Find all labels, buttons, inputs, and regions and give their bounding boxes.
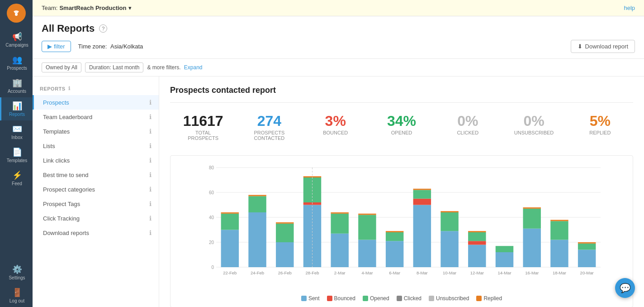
chart-legend: SentBouncedOpenedClickedUnsubscribedRepl… xyxy=(176,295,627,302)
stat-item: 11617 TOTALPROSPECTS xyxy=(170,110,236,144)
report-menu-item[interactable]: Link clicksℹ xyxy=(33,153,159,168)
sidebar-item-prospects[interactable]: 👥 Prospects xyxy=(0,51,33,74)
filter-button-label: filter xyxy=(54,43,65,50)
svg-text:60: 60 xyxy=(209,190,214,195)
team-name: SmartReach Production xyxy=(59,5,126,11)
svg-rect-43 xyxy=(413,190,431,199)
top-bar: Team: SmartReach Production ▾ help xyxy=(33,0,644,16)
svg-rect-48 xyxy=(440,211,458,212)
sidebar-item-inbox[interactable]: ✉️ Inbox xyxy=(0,120,33,144)
sidebar-item-templates[interactable]: 📄 Templates xyxy=(0,144,33,167)
svg-rect-55 xyxy=(496,252,513,267)
sidebar-feed-label: Feed xyxy=(12,181,22,186)
report-info-icon[interactable]: ℹ xyxy=(149,229,152,236)
svg-text:20-Mar: 20-Mar xyxy=(580,270,594,275)
report-menu-item[interactable]: Templatesℹ xyxy=(33,124,159,139)
report-menu-item[interactable]: Download reportsℹ xyxy=(33,225,159,240)
chart-container: 02040608022-Feb24-Feb26-Feb28-Feb2-Mar4-… xyxy=(170,155,633,307)
report-info-icon[interactable]: ℹ xyxy=(149,171,152,178)
sidebar-reports-label: Reports xyxy=(9,112,25,117)
report-menu-item[interactable]: Best time to sendℹ xyxy=(33,168,159,182)
report-menu-item[interactable]: Click Trackingℹ xyxy=(33,211,159,225)
report-info-icon[interactable]: ℹ xyxy=(149,157,152,164)
chat-button[interactable]: 💬 xyxy=(615,278,635,298)
app-logo[interactable] xyxy=(7,4,26,23)
sidebar-item-campaigns[interactable]: 📢 Campaigns xyxy=(0,28,33,51)
svg-rect-47 xyxy=(440,212,458,231)
campaigns-icon: 📢 xyxy=(12,32,22,42)
page-header: All Reports ? ▶ filter Time zone: Asia/K… xyxy=(33,16,644,59)
page-help-icon[interactable]: ? xyxy=(99,24,107,33)
svg-text:2-Mar: 2-Mar xyxy=(334,270,346,275)
svg-text:40: 40 xyxy=(209,215,214,220)
svg-rect-33 xyxy=(358,240,376,268)
expand-link[interactable]: Expand xyxy=(184,64,203,71)
sidebar-item-reports[interactable]: 📊 Reports xyxy=(0,97,33,120)
left-sidebar: 📢 Campaigns 👥 Prospects 🏢 Accounts 📊 Rep… xyxy=(0,0,33,307)
prospects-icon: 👥 xyxy=(12,55,22,65)
svg-text:20: 20 xyxy=(209,240,214,245)
owned-by-chip[interactable]: Owned by All xyxy=(42,62,81,72)
timezone-value: Asia/Kolkata xyxy=(110,43,143,50)
report-info-icon[interactable]: ℹ xyxy=(149,215,152,222)
stat-item: 0% CLICKED xyxy=(435,110,501,144)
svg-rect-63 xyxy=(550,221,568,240)
download-btn-label: Download report xyxy=(585,43,628,50)
filter-arrow-icon: ▶ xyxy=(47,43,52,50)
svg-rect-21 xyxy=(276,224,294,242)
settings-icon: ⚙️ xyxy=(12,264,22,274)
report-menu-item[interactable]: Prospect Tagsℹ xyxy=(33,197,159,211)
report-info-icon[interactable]: ℹ xyxy=(149,99,152,106)
svg-rect-35 xyxy=(358,214,376,215)
sidebar-settings-label: Settings xyxy=(9,275,25,280)
report-divider xyxy=(170,102,633,103)
reports-sidebar: REPORTS ℹ ProspectsℹTeam LeaderboardℹTem… xyxy=(33,77,159,307)
svg-text:80: 80 xyxy=(209,165,214,170)
accounts-icon: 🏢 xyxy=(12,78,22,88)
svg-text:22-Feb: 22-Feb xyxy=(223,270,237,275)
legend-item: Sent xyxy=(301,295,320,302)
sidebar-accounts-label: Accounts xyxy=(8,89,26,94)
report-menu-item[interactable]: Prospect categoriesℹ xyxy=(33,182,159,197)
report-menu-item[interactable]: Team Leaderboardℹ xyxy=(33,110,159,124)
sidebar-prospects-label: Prospects xyxy=(7,66,27,71)
report-menu-item[interactable]: Prospectsℹ xyxy=(33,95,159,110)
svg-rect-18 xyxy=(248,195,266,197)
svg-text:14-Mar: 14-Mar xyxy=(497,270,511,275)
report-info-icon[interactable]: ℹ xyxy=(149,128,152,135)
sidebar-item-accounts[interactable]: 🏢 Accounts xyxy=(0,74,33,97)
reports-info-icon[interactable]: ℹ xyxy=(68,86,71,91)
svg-rect-29 xyxy=(331,234,348,267)
download-report-button[interactable]: ⬇ Download report xyxy=(571,40,635,53)
report-info-icon[interactable]: ℹ xyxy=(149,142,152,149)
legend-item: Clicked xyxy=(397,295,421,302)
legend-item: Opened xyxy=(363,295,389,302)
svg-rect-17 xyxy=(248,196,266,212)
svg-rect-62 xyxy=(550,240,568,268)
sidebar-item-feed[interactable]: ⚡ Feed xyxy=(0,167,33,190)
duration-chip[interactable]: Duration: Last month xyxy=(85,62,143,72)
report-info-icon[interactable]: ℹ xyxy=(149,186,152,193)
filter-button[interactable]: ▶ filter xyxy=(42,41,71,52)
svg-text:4-Mar: 4-Mar xyxy=(362,270,373,275)
sidebar-item-settings[interactable]: ⚙️ Settings xyxy=(0,261,33,284)
svg-rect-13 xyxy=(221,214,239,230)
sidebar-item-logout[interactable]: 🚪 Log out xyxy=(0,284,33,307)
help-link[interactable]: help xyxy=(624,5,635,11)
svg-rect-22 xyxy=(276,222,294,224)
team-dropdown-icon: ▾ xyxy=(128,5,132,11)
report-menu-item[interactable]: Listsℹ xyxy=(33,139,159,153)
report-info-icon[interactable]: ℹ xyxy=(149,113,152,120)
svg-rect-59 xyxy=(523,209,540,229)
svg-rect-66 xyxy=(578,250,596,268)
team-selector[interactable]: Team: SmartReach Production ▾ xyxy=(42,5,132,11)
svg-rect-38 xyxy=(386,232,403,241)
report-main: Prospects contacted report 11617 TOTALPR… xyxy=(159,77,644,307)
filter-chips-row: Owned by All Duration: Last month & more… xyxy=(33,59,644,77)
svg-rect-39 xyxy=(386,231,403,232)
report-info-icon[interactable]: ℹ xyxy=(149,200,152,207)
svg-rect-67 xyxy=(578,244,596,250)
svg-rect-44 xyxy=(413,189,431,190)
svg-rect-14 xyxy=(221,212,239,214)
sidebar-templates-label: Templates xyxy=(7,158,28,163)
